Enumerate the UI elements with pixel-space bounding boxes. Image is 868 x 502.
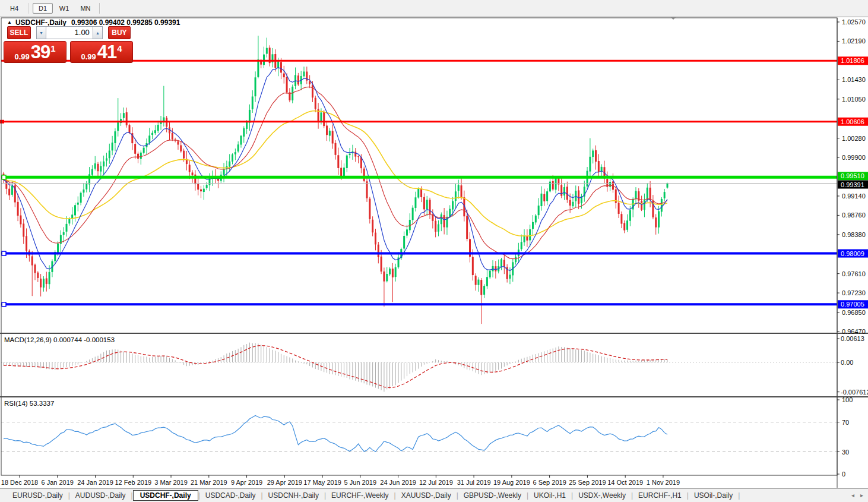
toolbar-separator: [28, 3, 29, 14]
svg-text:1 Nov 2019: 1 Nov 2019: [647, 479, 680, 486]
buy-price-pipette: 4: [117, 43, 122, 53]
svg-text:0.98009: 0.98009: [841, 250, 864, 257]
sell-price-big: 39: [31, 43, 50, 61]
svg-text:0.97230: 0.97230: [842, 289, 866, 296]
svg-text:1.00280: 1.00280: [842, 135, 866, 142]
symbol-tab-usdcad-daily[interactable]: USDCAD-,Daily: [200, 491, 261, 500]
svg-text:6 Sep 2019: 6 Sep 2019: [533, 479, 566, 486]
svg-text:1.01806: 1.01806: [841, 57, 864, 64]
svg-text:0.98380: 0.98380: [842, 231, 866, 238]
svg-text:0.99140: 0.99140: [842, 192, 866, 200]
svg-text:0.97610: 0.97610: [842, 270, 866, 277]
svg-text:30: 30: [842, 449, 849, 456]
symbol-tab-eurchf-weekly[interactable]: EURCHF-,Weekly: [326, 491, 394, 500]
volume-increase-button[interactable]: ▲: [93, 26, 103, 39]
svg-text:70: 70: [842, 419, 849, 426]
symbol-tab-ukoil-h1[interactable]: UKOil-,H1: [528, 491, 571, 500]
svg-text:6 Jan 2019: 6 Jan 2019: [42, 479, 74, 486]
symbol-tab-audusd-daily[interactable]: AUDUSD-,Daily: [70, 491, 131, 500]
svg-text:17 May 2019: 17 May 2019: [303, 479, 341, 486]
volume-input[interactable]: 1.00: [46, 26, 93, 39]
trading-platform-window: 1.025701.021901.014301.010501.002800.999…: [0, 0, 868, 502]
hline-handle[interactable]: [2, 302, 6, 307]
timeframe-button-mn[interactable]: MN: [75, 3, 96, 14]
sell-price-pipette: 1: [50, 43, 55, 53]
svg-text:18 Dec 2018: 18 Dec 2018: [1, 479, 38, 486]
svg-text:0.00613: 0.00613: [841, 335, 864, 342]
svg-text:19 Aug 2019: 19 Aug 2019: [493, 479, 530, 486]
svg-text:14 Oct 2019: 14 Oct 2019: [607, 479, 643, 486]
svg-text:12 Feb 2019: 12 Feb 2019: [115, 479, 151, 486]
hline-handle[interactable]: [2, 251, 6, 255]
rsi-indicator-label: RSI(14) 53.3337: [4, 400, 54, 407]
buy-button[interactable]: BUY: [108, 26, 131, 39]
buy-price-small: 0.99: [81, 52, 96, 61]
sell-price-box[interactable]: 0.99 39 1: [4, 41, 66, 63]
sell-button[interactable]: SELL: [7, 26, 31, 39]
chart-symbol-label: USDCHF-,Daily: [15, 18, 66, 27]
svg-text:0.99510: 0.99510: [841, 172, 864, 179]
chart-dropdown-icon[interactable]: ▲: [7, 20, 12, 25]
svg-text:9 Apr 2019: 9 Apr 2019: [231, 479, 262, 486]
svg-text:3 Mar 2019: 3 Mar 2019: [154, 479, 188, 486]
svg-text:0.99900: 0.99900: [842, 154, 866, 161]
volume-decrease-button[interactable]: ▼: [36, 26, 46, 39]
svg-text:29 Apr 2019: 29 Apr 2019: [267, 479, 302, 486]
timeframe-button-w1[interactable]: W1: [54, 3, 74, 14]
svg-text:0.96470: 0.96470: [842, 328, 866, 335]
svg-text:31 Jul 2019: 31 Jul 2019: [457, 479, 491, 486]
buy-price-box[interactable]: 0.99 41 4: [70, 41, 133, 63]
hline-handle[interactable]: [0, 120, 4, 124]
one-click-trade-panel: SELL ▼ 1.00 ▲ BUY 0.99 39 1 0.99 41 4: [4, 26, 133, 63]
chart-title: ▲ USDCHF-,Daily 0.99306 0.99402 0.99285 …: [7, 18, 180, 27]
timeframe-button-h4[interactable]: H4: [4, 3, 24, 14]
symbol-tab-gbpusd-weekly[interactable]: GBPUSD-,Weekly: [458, 491, 527, 500]
svg-text:-0.007612: -0.007612: [841, 389, 868, 396]
svg-text:1.01050: 1.01050: [842, 96, 866, 103]
svg-text:0.00: 0.00: [841, 359, 853, 366]
svg-text:21 Mar 2019: 21 Mar 2019: [191, 479, 227, 486]
svg-text:1.02570: 1.02570: [842, 18, 866, 26]
timeframe-button-d1[interactable]: D1: [33, 3, 53, 14]
svg-text:100: 100: [842, 396, 853, 403]
svg-text:0: 0: [842, 471, 845, 478]
symbol-tab-eurchf-h1[interactable]: EURCHF-,H1: [633, 491, 687, 500]
svg-text:12 Jul 2019: 12 Jul 2019: [419, 479, 453, 486]
sell-price-small: 0.99: [14, 52, 29, 61]
svg-text:25 Sep 2019: 25 Sep 2019: [569, 479, 606, 486]
symbol-tab-eurusd-daily[interactable]: EURUSD-,Daily: [7, 491, 68, 500]
toolbar-separator: [99, 3, 100, 14]
symbol-tab-usdchf-daily[interactable]: USDCHF-,Daily: [133, 490, 198, 501]
svg-text:24 Jun 2019: 24 Jun 2019: [380, 479, 416, 486]
symbol-tab-usdx-weekly[interactable]: USDX-,Weekly: [573, 491, 631, 500]
buy-price-big: 41: [97, 43, 116, 61]
timeframe-toolbar: H4D1W1MN: [0, 0, 868, 17]
svg-text:0.97005: 0.97005: [841, 301, 864, 308]
tabs-scroll-left-icon[interactable]: ◂: [851, 492, 854, 498]
chart-ohlc-values: 0.99306 0.99402 0.99285 0.99391: [71, 18, 180, 27]
chart-canvas[interactable]: 1.025701.021901.014301.010501.002800.999…: [0, 0, 868, 502]
svg-text:1.02190: 1.02190: [842, 37, 866, 45]
svg-text:0.98760: 0.98760: [842, 211, 866, 219]
svg-text:0.96850: 0.96850: [842, 309, 866, 316]
symbol-tab-usoil-daily[interactable]: USOil-,Daily: [689, 491, 738, 500]
svg-text:0.99391: 0.99391: [841, 181, 864, 188]
tab-separator: |: [738, 491, 740, 500]
hline-handle[interactable]: [2, 175, 6, 179]
symbol-tab-xauusd-daily[interactable]: XAUUSD-,Daily: [396, 491, 457, 500]
svg-text:5 Jun 2019: 5 Jun 2019: [344, 479, 376, 486]
svg-text:1.00606: 1.00606: [841, 118, 864, 125]
symbol-tab-usdcnh-daily[interactable]: USDCNH-,Daily: [263, 491, 324, 500]
svg-text:1.01430: 1.01430: [842, 76, 866, 83]
tabs-scroll-right-icon[interactable]: ▸: [860, 492, 863, 498]
svg-text:24 Jan 2019: 24 Jan 2019: [77, 479, 113, 486]
macd-indicator-label: MACD(12,26,9) 0.000744 -0.000153: [4, 336, 115, 343]
symbol-tabbar: EURUSD-,Daily|AUDUSD-,Daily|USDCHF-,Dail…: [0, 488, 868, 502]
